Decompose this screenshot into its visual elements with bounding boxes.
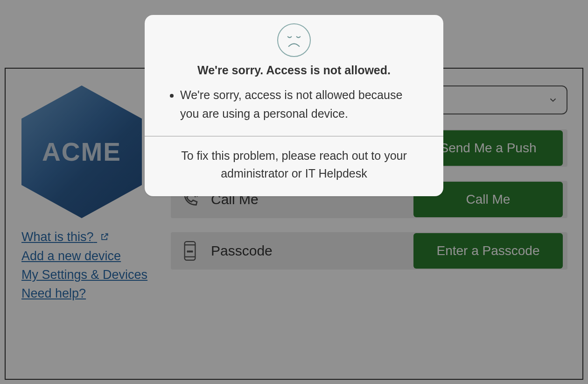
modal-content: We're sorry. Access is not allowed. We'r…	[145, 15, 443, 136]
modal-help-text: To fix this problem, please reach out to…	[145, 136, 443, 196]
modal-title: We're sorry. Access is not allowed.	[164, 64, 424, 77]
modal-reason-list: We're sorry, access is not allowed becau…	[164, 85, 424, 123]
sad-face-icon	[277, 23, 311, 57]
access-denied-modal: We're sorry. Access is not allowed. We'r…	[145, 15, 443, 196]
modal-reason-item: We're sorry, access is not allowed becau…	[180, 85, 424, 123]
